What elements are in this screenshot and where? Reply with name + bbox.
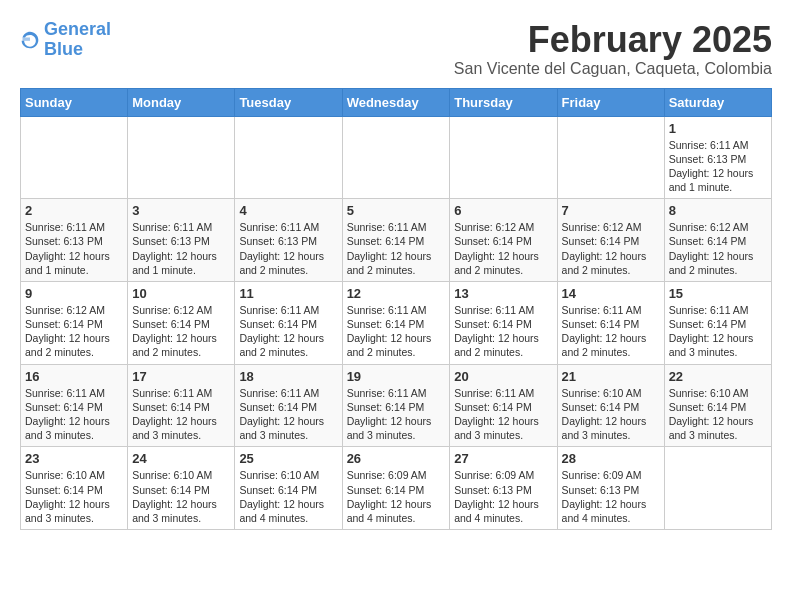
day-number: 2 xyxy=(25,203,123,218)
header: General Blue February 2025 San Vicente d… xyxy=(20,20,772,78)
day-number: 25 xyxy=(239,451,337,466)
calendar: SundayMondayTuesdayWednesdayThursdayFrid… xyxy=(20,88,772,530)
day-number: 21 xyxy=(562,369,660,384)
day-info: Sunrise: 6:11 AM Sunset: 6:13 PM Dayligh… xyxy=(132,220,230,277)
day-info: Sunrise: 6:12 AM Sunset: 6:14 PM Dayligh… xyxy=(562,220,660,277)
calendar-header: SundayMondayTuesdayWednesdayThursdayFrid… xyxy=(21,88,772,116)
day-number: 11 xyxy=(239,286,337,301)
weekday-header-monday: Monday xyxy=(128,88,235,116)
day-number: 7 xyxy=(562,203,660,218)
calendar-cell: 18Sunrise: 6:11 AM Sunset: 6:14 PM Dayli… xyxy=(235,364,342,447)
day-info: Sunrise: 6:11 AM Sunset: 6:14 PM Dayligh… xyxy=(132,386,230,443)
calendar-cell xyxy=(342,116,450,199)
day-info: Sunrise: 6:11 AM Sunset: 6:14 PM Dayligh… xyxy=(239,303,337,360)
day-info: Sunrise: 6:12 AM Sunset: 6:14 PM Dayligh… xyxy=(669,220,767,277)
day-number: 22 xyxy=(669,369,767,384)
day-info: Sunrise: 6:11 AM Sunset: 6:14 PM Dayligh… xyxy=(347,220,446,277)
day-info: Sunrise: 6:10 AM Sunset: 6:14 PM Dayligh… xyxy=(239,468,337,525)
day-number: 1 xyxy=(669,121,767,136)
page-subtitle: San Vicente del Caguan, Caqueta, Colombi… xyxy=(454,60,772,78)
day-number: 19 xyxy=(347,369,446,384)
logo-blue: Blue xyxy=(44,39,83,59)
calendar-cell: 5Sunrise: 6:11 AM Sunset: 6:14 PM Daylig… xyxy=(342,199,450,282)
calendar-week-1: 1Sunrise: 6:11 AM Sunset: 6:13 PM Daylig… xyxy=(21,116,772,199)
weekday-header-friday: Friday xyxy=(557,88,664,116)
day-info: Sunrise: 6:11 AM Sunset: 6:14 PM Dayligh… xyxy=(239,386,337,443)
calendar-cell: 10Sunrise: 6:12 AM Sunset: 6:14 PM Dayli… xyxy=(128,281,235,364)
day-info: Sunrise: 6:12 AM Sunset: 6:14 PM Dayligh… xyxy=(132,303,230,360)
day-number: 13 xyxy=(454,286,552,301)
day-number: 14 xyxy=(562,286,660,301)
calendar-cell xyxy=(664,447,771,530)
day-number: 9 xyxy=(25,286,123,301)
day-info: Sunrise: 6:09 AM Sunset: 6:14 PM Dayligh… xyxy=(347,468,446,525)
day-info: Sunrise: 6:11 AM Sunset: 6:14 PM Dayligh… xyxy=(347,386,446,443)
calendar-cell: 17Sunrise: 6:11 AM Sunset: 6:14 PM Dayli… xyxy=(128,364,235,447)
calendar-cell: 1Sunrise: 6:11 AM Sunset: 6:13 PM Daylig… xyxy=(664,116,771,199)
day-number: 8 xyxy=(669,203,767,218)
weekday-header-sunday: Sunday xyxy=(21,88,128,116)
day-number: 20 xyxy=(454,369,552,384)
calendar-cell xyxy=(21,116,128,199)
day-number: 5 xyxy=(347,203,446,218)
day-info: Sunrise: 6:12 AM Sunset: 6:14 PM Dayligh… xyxy=(25,303,123,360)
calendar-cell: 6Sunrise: 6:12 AM Sunset: 6:14 PM Daylig… xyxy=(450,199,557,282)
day-info: Sunrise: 6:11 AM Sunset: 6:13 PM Dayligh… xyxy=(25,220,123,277)
weekday-header-saturday: Saturday xyxy=(664,88,771,116)
calendar-cell: 7Sunrise: 6:12 AM Sunset: 6:14 PM Daylig… xyxy=(557,199,664,282)
calendar-week-3: 9Sunrise: 6:12 AM Sunset: 6:14 PM Daylig… xyxy=(21,281,772,364)
calendar-week-2: 2Sunrise: 6:11 AM Sunset: 6:13 PM Daylig… xyxy=(21,199,772,282)
calendar-cell: 28Sunrise: 6:09 AM Sunset: 6:13 PM Dayli… xyxy=(557,447,664,530)
day-info: Sunrise: 6:11 AM Sunset: 6:14 PM Dayligh… xyxy=(454,303,552,360)
calendar-cell: 12Sunrise: 6:11 AM Sunset: 6:14 PM Dayli… xyxy=(342,281,450,364)
title-block: February 2025 San Vicente del Caguan, Ca… xyxy=(454,20,772,78)
logo-text: General Blue xyxy=(44,20,111,60)
day-number: 4 xyxy=(239,203,337,218)
logo: General Blue xyxy=(20,20,111,60)
day-info: Sunrise: 6:10 AM Sunset: 6:14 PM Dayligh… xyxy=(669,386,767,443)
calendar-cell: 3Sunrise: 6:11 AM Sunset: 6:13 PM Daylig… xyxy=(128,199,235,282)
weekday-header-tuesday: Tuesday xyxy=(235,88,342,116)
day-info: Sunrise: 6:11 AM Sunset: 6:14 PM Dayligh… xyxy=(347,303,446,360)
day-info: Sunrise: 6:11 AM Sunset: 6:13 PM Dayligh… xyxy=(669,138,767,195)
page-title: February 2025 xyxy=(454,20,772,60)
day-number: 16 xyxy=(25,369,123,384)
calendar-cell: 26Sunrise: 6:09 AM Sunset: 6:14 PM Dayli… xyxy=(342,447,450,530)
day-info: Sunrise: 6:12 AM Sunset: 6:14 PM Dayligh… xyxy=(454,220,552,277)
day-number: 12 xyxy=(347,286,446,301)
calendar-cell: 21Sunrise: 6:10 AM Sunset: 6:14 PM Dayli… xyxy=(557,364,664,447)
weekday-header-wednesday: Wednesday xyxy=(342,88,450,116)
day-info: Sunrise: 6:11 AM Sunset: 6:14 PM Dayligh… xyxy=(454,386,552,443)
calendar-cell: 15Sunrise: 6:11 AM Sunset: 6:14 PM Dayli… xyxy=(664,281,771,364)
calendar-cell: 25Sunrise: 6:10 AM Sunset: 6:14 PM Dayli… xyxy=(235,447,342,530)
calendar-cell xyxy=(450,116,557,199)
day-number: 3 xyxy=(132,203,230,218)
weekday-header-thursday: Thursday xyxy=(450,88,557,116)
day-number: 23 xyxy=(25,451,123,466)
calendar-cell: 23Sunrise: 6:10 AM Sunset: 6:14 PM Dayli… xyxy=(21,447,128,530)
logo-general: General xyxy=(44,19,111,39)
calendar-cell: 9Sunrise: 6:12 AM Sunset: 6:14 PM Daylig… xyxy=(21,281,128,364)
calendar-cell: 13Sunrise: 6:11 AM Sunset: 6:14 PM Dayli… xyxy=(450,281,557,364)
day-info: Sunrise: 6:10 AM Sunset: 6:14 PM Dayligh… xyxy=(562,386,660,443)
day-info: Sunrise: 6:11 AM Sunset: 6:13 PM Dayligh… xyxy=(239,220,337,277)
calendar-cell: 19Sunrise: 6:11 AM Sunset: 6:14 PM Dayli… xyxy=(342,364,450,447)
calendar-cell: 16Sunrise: 6:11 AM Sunset: 6:14 PM Dayli… xyxy=(21,364,128,447)
weekday-header-row: SundayMondayTuesdayWednesdayThursdayFrid… xyxy=(21,88,772,116)
day-info: Sunrise: 6:10 AM Sunset: 6:14 PM Dayligh… xyxy=(25,468,123,525)
day-number: 10 xyxy=(132,286,230,301)
day-number: 26 xyxy=(347,451,446,466)
day-number: 15 xyxy=(669,286,767,301)
day-info: Sunrise: 6:09 AM Sunset: 6:13 PM Dayligh… xyxy=(562,468,660,525)
calendar-cell: 2Sunrise: 6:11 AM Sunset: 6:13 PM Daylig… xyxy=(21,199,128,282)
day-number: 28 xyxy=(562,451,660,466)
calendar-cell: 24Sunrise: 6:10 AM Sunset: 6:14 PM Dayli… xyxy=(128,447,235,530)
calendar-cell: 20Sunrise: 6:11 AM Sunset: 6:14 PM Dayli… xyxy=(450,364,557,447)
day-number: 18 xyxy=(239,369,337,384)
calendar-cell: 8Sunrise: 6:12 AM Sunset: 6:14 PM Daylig… xyxy=(664,199,771,282)
day-number: 27 xyxy=(454,451,552,466)
calendar-cell xyxy=(557,116,664,199)
calendar-cell: 14Sunrise: 6:11 AM Sunset: 6:14 PM Dayli… xyxy=(557,281,664,364)
calendar-cell: 27Sunrise: 6:09 AM Sunset: 6:13 PM Dayli… xyxy=(450,447,557,530)
day-info: Sunrise: 6:09 AM Sunset: 6:13 PM Dayligh… xyxy=(454,468,552,525)
